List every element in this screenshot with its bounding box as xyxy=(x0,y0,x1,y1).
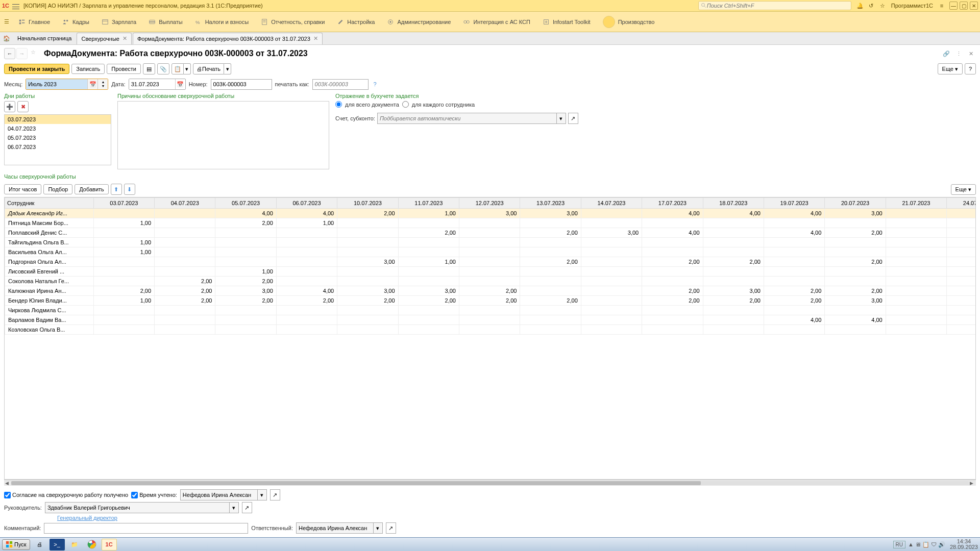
hours-cell[interactable]: 2,00 xyxy=(93,286,154,296)
menu-salary[interactable]: Зарплата xyxy=(102,18,136,26)
hours-cell[interactable]: 1,00 xyxy=(93,238,154,247)
employee-cell[interactable]: Калюжная Ирина Ан... xyxy=(5,286,94,296)
hours-cell[interactable] xyxy=(155,238,215,247)
hours-cell[interactable]: 2,00 xyxy=(215,218,276,228)
hours-cell[interactable]: 2,00 xyxy=(764,296,824,306)
responsible-combo[interactable]: ▾ xyxy=(296,522,383,534)
remove-day-button[interactable]: ✖ xyxy=(17,101,29,112)
hours-cell[interactable] xyxy=(764,267,824,277)
number-input[interactable] xyxy=(211,79,272,90)
hours-cell[interactable]: 1,00 xyxy=(215,267,276,277)
hours-cell[interactable] xyxy=(642,267,703,277)
hours-cell[interactable] xyxy=(155,306,215,315)
hours-cell[interactable] xyxy=(459,315,520,325)
menu-payments[interactable]: Выплаты xyxy=(149,18,182,26)
hours-cell[interactable]: 2,00 xyxy=(520,228,581,238)
hours-cell[interactable] xyxy=(764,325,824,335)
comment-input[interactable] xyxy=(44,523,248,534)
month-input[interactable] xyxy=(26,79,87,89)
time-user-combo[interactable]: ▾ xyxy=(180,489,267,500)
hours-cell[interactable] xyxy=(886,209,946,218)
hours-cell[interactable] xyxy=(581,325,642,335)
hours-cell[interactable] xyxy=(947,277,976,286)
tab-document[interactable]: ФормаДокумента: Работа сверхурочно 003К-… xyxy=(133,33,323,44)
hours-cell[interactable]: 4,00 xyxy=(764,209,824,218)
hours-cell[interactable] xyxy=(276,238,337,247)
create-based-button[interactable]: 📋▾ xyxy=(172,63,191,74)
tab-home[interactable]: Начальная страница xyxy=(13,33,76,44)
user-name[interactable]: Программист1С xyxy=(891,3,933,9)
open-icon[interactable]: ↗ xyxy=(270,489,280,500)
hours-cell[interactable]: 4,00 xyxy=(764,315,824,325)
hours-cell[interactable]: 2,00 xyxy=(520,296,581,306)
table-row[interactable]: Лисовский Евгений ...1,001 xyxy=(5,267,976,277)
close-button[interactable]: ✕ xyxy=(970,2,978,10)
hours-cell[interactable]: 3,00 xyxy=(825,209,886,218)
hours-cell[interactable] xyxy=(93,277,154,286)
hours-cell[interactable]: 2,00 xyxy=(642,296,703,306)
hours-cell[interactable] xyxy=(947,218,976,228)
hours-cell[interactable] xyxy=(825,306,886,315)
hours-cell[interactable]: 1,00 xyxy=(93,218,154,228)
hours-cell[interactable]: 1,00 xyxy=(276,218,337,228)
help-button[interactable]: ? xyxy=(965,63,976,74)
move-down-button[interactable]: ⬇ xyxy=(124,184,135,195)
table-row[interactable]: Чиркова Людмила С... xyxy=(5,306,976,315)
hours-cell[interactable] xyxy=(825,267,886,277)
table-row[interactable]: Козловская Ольга В... xyxy=(5,325,976,335)
column-header[interactable]: 21.07.2023 xyxy=(886,198,946,209)
hours-cell[interactable] xyxy=(215,257,276,267)
hours-cell[interactable] xyxy=(886,247,946,257)
column-header[interactable]: 24.07.2023 xyxy=(947,198,976,209)
column-header[interactable]: Сотрудник xyxy=(5,198,94,209)
hours-cell[interactable] xyxy=(520,218,581,228)
hours-cell[interactable] xyxy=(398,325,459,335)
menu-infostart[interactable]: Infostart Toolkit xyxy=(543,18,591,26)
hours-cell[interactable] xyxy=(642,247,703,257)
attach-icon[interactable]: 📎 xyxy=(157,63,169,74)
hours-cell[interactable] xyxy=(581,286,642,296)
hours-cell[interactable] xyxy=(337,267,398,277)
hours-cell[interactable] xyxy=(459,277,520,286)
hours-cell[interactable] xyxy=(581,238,642,247)
hours-cell[interactable] xyxy=(947,238,976,247)
hours-cell[interactable]: 2,00 xyxy=(947,257,976,267)
hours-cell[interactable] xyxy=(520,247,581,257)
hours-cell[interactable] xyxy=(886,267,946,277)
hours-cell[interactable] xyxy=(398,247,459,257)
menu-hr[interactable]: Кадры xyxy=(62,18,89,26)
hours-cell[interactable]: 3,00 xyxy=(703,286,764,296)
hours-cell[interactable] xyxy=(398,277,459,286)
column-header[interactable]: 12.07.2023 xyxy=(459,198,520,209)
hours-cell[interactable]: 2,00 xyxy=(703,257,764,267)
hours-cell[interactable] xyxy=(581,209,642,218)
home-icon[interactable]: 🏠 xyxy=(2,34,11,43)
hours-cell[interactable]: 4,00 xyxy=(276,286,337,296)
hours-cell[interactable] xyxy=(642,238,703,247)
close-icon[interactable]: ✕ xyxy=(313,35,318,42)
hours-cell[interactable] xyxy=(825,277,886,286)
menu-settings[interactable]: Настройка xyxy=(337,18,375,26)
hours-cell[interactable] xyxy=(276,306,337,315)
hours-cell[interactable] xyxy=(825,325,886,335)
column-header[interactable]: 17.07.2023 xyxy=(642,198,703,209)
employee-cell[interactable]: Бендер Юлия Влади... xyxy=(5,296,94,306)
hours-table-wrap[interactable]: Сотрудник03.07.202304.07.202305.07.20230… xyxy=(4,197,976,480)
hours-cell[interactable] xyxy=(764,257,824,267)
open-icon[interactable]: ↗ xyxy=(386,522,396,534)
maximize-button[interactable]: ▢ xyxy=(960,2,968,10)
hours-cell[interactable] xyxy=(764,277,824,286)
hours-cell[interactable] xyxy=(215,228,276,238)
menu-reports[interactable]: Отчетность, справки xyxy=(261,18,325,26)
column-header[interactable]: 11.07.2023 xyxy=(398,198,459,209)
list-item[interactable]: 06.07.2023 xyxy=(5,142,111,152)
hours-cell[interactable] xyxy=(886,296,946,306)
open-icon[interactable]: ↗ xyxy=(242,502,252,513)
hours-cell[interactable]: 2,00 xyxy=(459,296,520,306)
employee-cell[interactable]: Дядык Александр Иг... xyxy=(5,209,94,218)
hours-cell[interactable] xyxy=(642,218,703,228)
hours-cell[interactable] xyxy=(93,325,154,335)
hours-cell[interactable] xyxy=(398,315,459,325)
tray-icon[interactable]: ▲ xyxy=(908,541,914,547)
hours-cell[interactable] xyxy=(459,247,520,257)
